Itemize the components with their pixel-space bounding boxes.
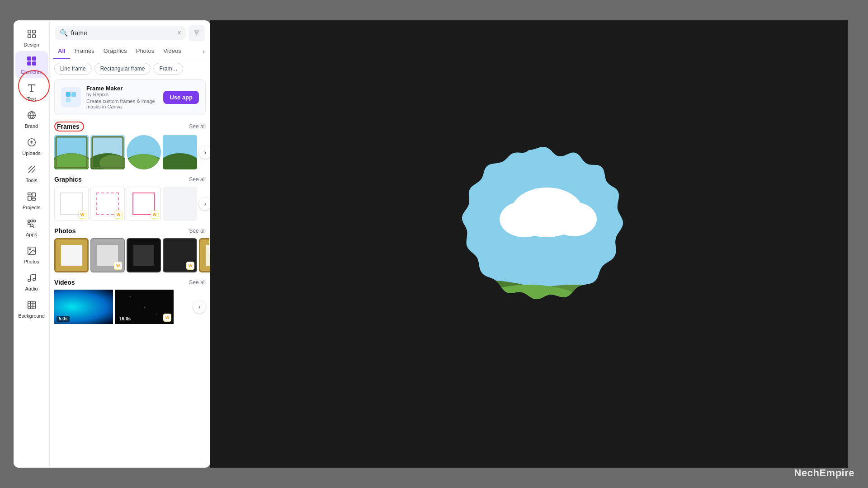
svg-rect-12 [27,56,31,61]
frame-item-4[interactable] [163,135,197,169]
chip-rectangular-frame[interactable]: Rectangular frame [94,63,151,75]
background-icon [25,299,38,311]
audio-icon [25,272,38,284]
videos-section-title: Videos [54,279,75,286]
category-tabs: All Frames Graphics Photos Videos › [50,44,210,59]
filter-button[interactable] [189,25,205,41]
search-input[interactable] [71,29,175,37]
svg-rect-14 [27,61,31,66]
sidebar-item-apps-label: Apps [26,232,37,237]
svg-rect-15 [32,61,36,66]
text-icon [25,82,38,94]
search-icon: 🔍 [60,29,68,37]
chip-line-frame[interactable]: Line frame [54,63,92,75]
graphic-item-more[interactable] [163,187,197,221]
watermark: NechEmpire [794,467,854,479]
search-clear-icon[interactable]: × [177,29,181,37]
sidebar-item-photos-label: Photos [24,259,39,264]
app-promo-name: Frame Maker [86,85,158,92]
sidebar-item-elements[interactable]: Elements [15,51,48,78]
sidebar-item-design[interactable]: Design [15,24,48,51]
upload-icon [25,136,38,149]
sidebar-item-text[interactable]: Text [15,78,48,105]
frames-see-all[interactable]: See all [189,123,206,130]
frames-row-next[interactable]: › [199,146,210,159]
photo-item-4[interactable]: W [163,238,197,272]
photos-section: Photos See all W [54,227,206,272]
svg-point-4 [457,285,601,352]
premium-badge-video-2: W [163,314,171,322]
frames-circle-highlight: Frames [54,122,84,131]
search-input-wrap: 🔍 × [55,26,186,40]
use-app-button[interactable]: Use app [163,91,199,104]
svg-line-33 [33,226,34,228]
photo-item-1[interactable] [54,238,89,272]
tabs-next-arrow[interactable]: › [201,46,207,57]
sidebar-item-background[interactable]: Background [15,295,48,322]
grid-icon [25,28,38,40]
svg-rect-26 [32,193,35,197]
frame-item-1[interactable] [54,135,89,169]
sidebar-item-text-label: Text [27,96,36,102]
sidebar-item-background-label: Background [18,313,45,319]
sidebar-item-photos[interactable]: Photos [15,241,48,268]
tab-videos[interactable]: Videos [159,44,186,59]
app-promo-card: Frame Maker by Repixo Create custom fram… [54,79,206,115]
photo-item-3[interactable] [127,238,161,272]
premium-badge-1: W [78,211,86,219]
videos-section-header: Videos See all [54,279,206,286]
graphics-section: Graphics See all W W [54,176,206,221]
video-item-1[interactable]: 5.0s [54,290,113,324]
sidebar-item-uploads[interactable]: Uploads [15,132,48,160]
tab-all[interactable]: All [53,44,70,59]
graphic-item-1[interactable]: W [54,187,89,221]
scroll-content[interactable]: Line frame Rectangular frame Fram… Frame… [50,59,210,468]
frame-item-3[interactable] [127,135,161,169]
elements-icon [25,55,38,67]
svg-rect-49 [71,98,76,102]
tab-photos[interactable]: Photos [132,44,159,59]
photo-item-5[interactable] [199,238,210,272]
sidebar-item-brand[interactable]: Brand [15,105,48,132]
photo-item-2[interactable]: W [90,238,125,272]
premium-badge-2: W [114,211,123,219]
svg-rect-29 [30,220,33,222]
video-item-2[interactable]: 16.0s W [115,290,174,324]
content-area: 🔍 × All Frames Graphics Photos Videos › [50,20,210,468]
graphic-item-3[interactable]: W [127,187,161,221]
projects-icon [25,190,38,203]
svg-rect-27 [32,198,35,201]
sidebar-item-tools-label: Tools [26,178,38,183]
videos-see-all[interactable]: See all [189,279,206,286]
svg-rect-47 [71,92,76,97]
svg-point-36 [28,279,30,282]
canvas-shape [420,136,637,352]
sidebar-item-tools[interactable]: Tools [15,160,48,187]
photos-see-all[interactable]: See all [189,228,206,234]
svg-rect-8 [28,30,30,33]
tab-graphics[interactable]: Graphics [99,44,132,59]
sidebar-item-projects[interactable]: Projects [15,187,48,214]
graphics-see-all[interactable]: See all [189,176,206,183]
tab-frames[interactable]: Frames [70,44,99,59]
sidebar-item-apps[interactable]: Apps [15,214,48,241]
sidebar-item-audio[interactable]: Audio [15,268,48,295]
frames-section-header: Frames See all [54,122,206,131]
videos-row-next[interactable]: › [193,300,206,313]
svg-rect-13 [32,56,36,61]
sidebar-item-design-label: Design [24,42,39,47]
svg-rect-46 [66,92,71,97]
premium-badge-photo-4: W [186,262,194,270]
sidebar-item-audio-label: Audio [25,286,38,291]
graphic-item-2[interactable]: W [90,187,125,221]
frame-item-2[interactable] [90,135,125,169]
collapse-handle[interactable]: ‹ [209,234,210,254]
videos-items-row: 5.0s 16.0s W › [54,290,206,324]
svg-rect-9 [32,30,35,33]
svg-rect-1 [420,136,637,352]
video-badge-2: 16.0s [117,316,133,322]
chip-fram[interactable]: Fram… [153,63,183,75]
graphics-row-next[interactable]: › [199,197,210,210]
premium-badge-photo-2: W [114,262,122,270]
svg-point-62 [163,153,197,169]
